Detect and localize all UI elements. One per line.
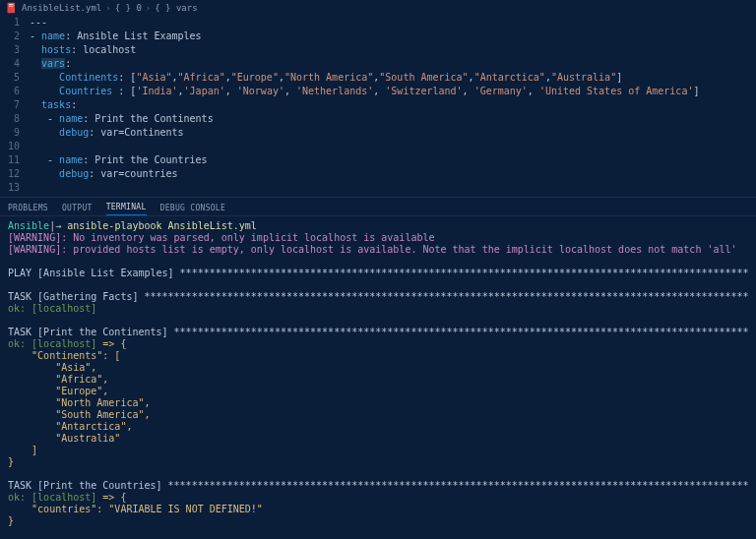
chevron-right-icon: › [105, 3, 110, 13]
code-editor[interactable]: 12345678910111213 ---- name: Ansible Lis… [0, 16, 756, 195]
tab-terminal[interactable]: TERMINAL [106, 200, 147, 215]
terminal-output[interactable]: Ansible|→ ansible-playbook AnsibleList.y… [0, 216, 756, 539]
yaml-file-icon [6, 2, 18, 14]
svg-rect-2 [9, 6, 14, 7]
breadcrumb: AnsibleList.yml › { } 0 › { } vars [0, 0, 756, 16]
panel-tabs: PROBLEMS OUTPUT TERMINAL DEBUG CONSOLE [0, 197, 756, 216]
breadcrumb-node-vars[interactable]: { } vars [155, 3, 197, 13]
code-content[interactable]: ---- name: Ansible List Examples hosts: … [30, 16, 756, 195]
chevron-right-icon: › [146, 3, 151, 13]
tab-output[interactable]: OUTPUT [62, 201, 93, 215]
tab-debug-console[interactable]: DEBUG CONSOLE [160, 201, 226, 215]
breadcrumb-node-0[interactable]: { } 0 [115, 3, 142, 13]
svg-rect-1 [9, 4, 14, 5]
breadcrumb-file[interactable]: AnsibleList.yml [22, 3, 101, 13]
line-number-gutter: 12345678910111213 [0, 16, 30, 195]
tab-problems[interactable]: PROBLEMS [8, 201, 48, 215]
